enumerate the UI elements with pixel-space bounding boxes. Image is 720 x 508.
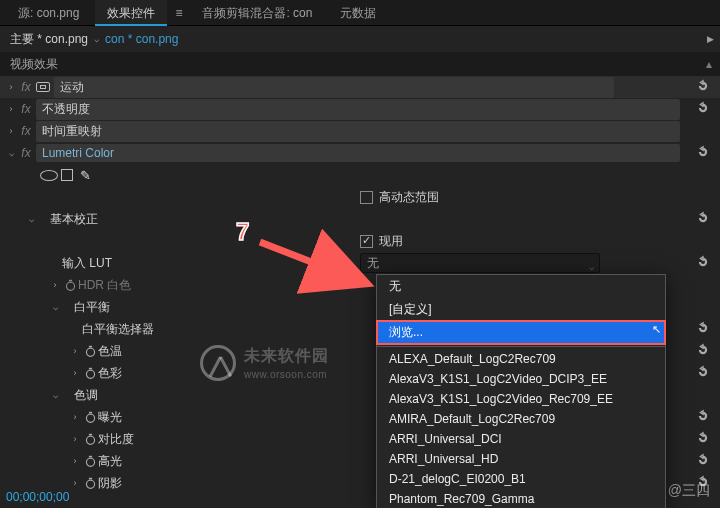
lut-dropdown-menu[interactable]: 无 [自定义] 浏览... ↖ ALEXA_Default_LogC2Rec70…	[376, 274, 666, 508]
twirl-icon[interactable]: ›	[68, 368, 82, 378]
twirl-icon[interactable]: ›	[68, 478, 82, 488]
dropdown-item-custom[interactable]: [自定义]	[377, 298, 665, 321]
dropdown-item-none[interactable]: 无	[377, 275, 665, 298]
stopwatch-icon[interactable]	[62, 279, 78, 292]
twirl-icon[interactable]: ›	[68, 456, 82, 466]
fx-badge-icon: fx	[18, 124, 34, 138]
stopwatch-icon[interactable]	[82, 477, 98, 490]
timecode-display[interactable]: 00;00;00;00	[6, 490, 69, 504]
select-value: 无	[367, 256, 379, 270]
hdr-white-label: HDR 白色	[78, 277, 131, 294]
svg-rect-7	[88, 411, 91, 413]
reset-button[interactable]	[696, 409, 710, 426]
ellipse-mask-icon[interactable]	[40, 170, 58, 181]
tab-audio-mixer[interactable]: 音频剪辑混合器: con	[190, 0, 324, 26]
stopwatch-icon[interactable]	[82, 455, 98, 468]
dropdown-item[interactable]: AlexaV3_K1S1_LogC2Video_Rec709_EE	[377, 389, 665, 409]
pen-mask-icon[interactable]: ✎	[76, 168, 94, 183]
cursor-icon: ↖	[652, 323, 661, 336]
chevron-down-icon[interactable]: ⌵	[94, 34, 99, 44]
reset-button[interactable]	[696, 321, 710, 338]
twirl-icon[interactable]: ›	[68, 434, 82, 444]
dropdown-item[interactable]: ARRI_Universal_HD	[377, 449, 665, 469]
twirl-icon[interactable]: ›	[4, 104, 18, 114]
transform-icon[interactable]	[34, 82, 52, 92]
breadcrumb-clip[interactable]: con * con.png	[105, 32, 178, 46]
basic-correction-label: 基本校正	[50, 211, 98, 228]
reset-button[interactable]	[696, 431, 710, 448]
svg-rect-1	[68, 279, 71, 281]
hdr-range-label: 高动态范围	[379, 189, 439, 206]
stopwatch-icon[interactable]	[82, 345, 98, 358]
rect-mask-icon[interactable]	[58, 169, 76, 181]
effect-row-motion: › fx 运动	[0, 76, 720, 98]
dropdown-item[interactable]: Phantom_Rec709_Gamma	[377, 489, 665, 508]
svg-point-0	[66, 282, 74, 290]
reset-button[interactable]	[696, 145, 710, 162]
stopwatch-icon[interactable]	[82, 411, 98, 424]
dropdown-item[interactable]: ALEXA_Default_LogC2Rec709	[377, 349, 665, 369]
tab-source[interactable]: 源: con.png	[6, 0, 91, 26]
dropdown-item-browse[interactable]: 浏览... ↖	[377, 321, 665, 344]
temperature-label: 色温	[98, 343, 122, 360]
reset-button[interactable]	[696, 211, 710, 228]
svg-rect-13	[88, 477, 91, 479]
twirl-open-icon[interactable]: ⌵	[24, 214, 38, 224]
svg-rect-3	[88, 345, 91, 347]
panel-menu-icon[interactable]: ≡	[171, 6, 186, 20]
reset-button[interactable]	[696, 343, 710, 360]
section-video-effects[interactable]: 视频效果 ▴	[0, 52, 720, 76]
twirl-icon[interactable]: ›	[48, 280, 62, 290]
zhihu-user: @三四	[668, 482, 710, 500]
hdr-range-row: 高动态范围	[0, 186, 720, 208]
wb-selector-label: 白平衡选择器	[82, 321, 154, 338]
fx-badge-icon: fx	[18, 146, 34, 160]
tone-label: 色调	[74, 387, 98, 404]
mask-shapes-row: ✎	[0, 164, 720, 186]
svg-point-6	[86, 414, 94, 422]
twirl-open-icon[interactable]: ⌵	[48, 302, 62, 312]
input-lut-label: 输入 LUT	[62, 255, 112, 272]
twirl-open-icon[interactable]: ⌵	[4, 148, 18, 158]
twirl-icon[interactable]: ›	[4, 82, 18, 92]
effect-controls-panel: 源: con.png 效果控件 ≡ 音频剪辑混合器: con 元数据 主要 * …	[0, 0, 720, 508]
dropdown-item[interactable]: AlexaV3_K1S1_LogC2Video_DCIP3_EE	[377, 369, 665, 389]
reset-button[interactable]	[696, 365, 710, 382]
dropdown-item[interactable]: ARRI_Universal_DCI	[377, 429, 665, 449]
reset-button[interactable]	[696, 255, 710, 272]
effect-title[interactable]: 时间重映射	[36, 121, 680, 142]
twirl-open-icon[interactable]: ⌵	[48, 390, 62, 400]
svg-point-8	[86, 436, 94, 444]
highlights-label: 高光	[98, 453, 122, 470]
dropdown-item[interactable]: D-21_delogC_EI0200_B1	[377, 469, 665, 489]
twirl-icon[interactable]: ›	[4, 126, 18, 136]
twirl-icon[interactable]: ›	[68, 412, 82, 422]
exposure-label: 曝光	[98, 409, 122, 426]
svg-point-12	[86, 480, 94, 488]
svg-rect-11	[88, 455, 91, 457]
hdr-range-checkbox[interactable]	[360, 191, 373, 204]
active-row: 现用	[0, 230, 720, 252]
effect-row-opacity: › fx 不透明度	[0, 98, 720, 120]
stopwatch-icon[interactable]	[82, 367, 98, 380]
active-label: 现用	[379, 233, 403, 250]
basic-correction-row: ⌵ 基本校正	[0, 208, 720, 230]
svg-point-4	[86, 370, 94, 378]
reset-button[interactable]	[696, 101, 710, 118]
twirl-icon[interactable]: ›	[68, 346, 82, 356]
caret-up-icon[interactable]: ▴	[706, 57, 712, 71]
reset-button[interactable]	[696, 453, 710, 470]
reset-button[interactable]	[696, 79, 710, 96]
svg-rect-9	[88, 433, 91, 435]
tab-metadata[interactable]: 元数据	[328, 0, 388, 26]
shadows-label: 阴影	[98, 475, 122, 492]
input-lut-select[interactable]: 无 ⌵	[360, 253, 600, 273]
play-icon[interactable]: ▶	[707, 34, 714, 44]
effect-title[interactable]: 运动	[54, 77, 614, 98]
tab-effect-controls[interactable]: 效果控件	[95, 0, 167, 26]
dropdown-item[interactable]: AMIRA_Default_LogC2Rec709	[377, 409, 665, 429]
stopwatch-icon[interactable]	[82, 433, 98, 446]
effect-title[interactable]: Lumetri Color	[36, 144, 680, 162]
active-checkbox[interactable]	[360, 235, 373, 248]
effect-title[interactable]: 不透明度	[36, 99, 680, 120]
